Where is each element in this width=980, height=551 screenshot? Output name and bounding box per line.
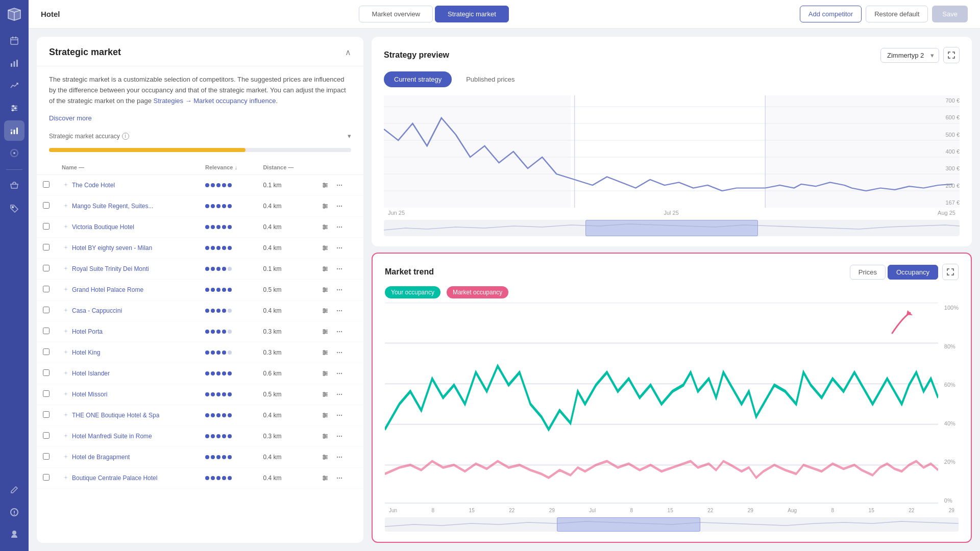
svg-point-59 bbox=[341, 268, 342, 269]
hotel-more-button[interactable] bbox=[333, 221, 346, 233]
sidebar-item-tags[interactable] bbox=[4, 198, 24, 219]
hotel-more-button[interactable] bbox=[333, 409, 346, 421]
hotel-more-button[interactable] bbox=[333, 367, 346, 380]
add-competitor-button[interactable]: Add competitor bbox=[800, 6, 862, 22]
expand-trend-button[interactable] bbox=[942, 264, 959, 280]
strategy-tabs: Current strategy Published prices bbox=[384, 71, 960, 87]
expand-chart-button[interactable] bbox=[943, 47, 960, 63]
hotel-settings-button[interactable] bbox=[319, 263, 331, 275]
hotel-more-button[interactable] bbox=[333, 388, 346, 400]
tab-market-overview[interactable]: Market overview bbox=[359, 6, 433, 22]
discover-more-link[interactable]: Discover more bbox=[37, 114, 363, 128]
row-checkbox[interactable] bbox=[43, 181, 50, 188]
sidebar-item-profile[interactable] bbox=[4, 524, 24, 545]
svg-point-40 bbox=[339, 227, 340, 228]
hotel-settings-button[interactable] bbox=[319, 325, 331, 338]
row-checkbox[interactable] bbox=[43, 411, 50, 418]
ellipsis-icon bbox=[336, 265, 343, 272]
row-checkbox[interactable] bbox=[43, 202, 50, 209]
hotel-more-button[interactable] bbox=[333, 263, 346, 275]
svg-point-77 bbox=[341, 310, 342, 311]
hotel-settings-button[interactable] bbox=[319, 242, 331, 254]
svg-point-138 bbox=[337, 457, 338, 458]
collapse-icon[interactable]: ∧ bbox=[345, 47, 351, 57]
accuracy-progress-fill bbox=[49, 148, 246, 152]
relevance-dot bbox=[228, 350, 232, 355]
hotel-settings-button[interactable] bbox=[319, 430, 331, 442]
hotel-name: Hotel Porta bbox=[72, 328, 103, 335]
strategies-link[interactable]: Strategies → Market occupancy influence bbox=[154, 97, 276, 105]
row-checkbox[interactable] bbox=[43, 369, 50, 376]
hotel-settings-button[interactable] bbox=[319, 451, 331, 463]
col-relevance-header[interactable]: Relevance ↓ bbox=[199, 160, 257, 175]
sidebar-item-analytics[interactable] bbox=[4, 53, 24, 73]
tab-strategic-market[interactable]: Strategic market bbox=[435, 6, 509, 22]
hotel-more-button[interactable] bbox=[333, 346, 346, 359]
hotel-settings-button[interactable] bbox=[319, 200, 331, 212]
hotel-more-button[interactable] bbox=[333, 284, 346, 296]
info-icon[interactable]: i bbox=[122, 133, 129, 140]
svg-point-95 bbox=[341, 352, 342, 353]
sidebar-item-strategy[interactable] bbox=[4, 98, 24, 118]
sidebar-item-calendar[interactable] bbox=[4, 31, 24, 51]
row-checkbox[interactable] bbox=[43, 453, 50, 460]
sliders-icon bbox=[322, 349, 329, 356]
col-distance-header[interactable]: Distance — bbox=[257, 160, 312, 175]
tab-current-strategy[interactable]: Current strategy bbox=[384, 71, 452, 87]
hotel-settings-button[interactable] bbox=[319, 179, 331, 191]
svg-point-54 bbox=[324, 267, 325, 268]
hotel-more-button[interactable] bbox=[333, 305, 346, 317]
relevance-dot bbox=[228, 434, 232, 438]
hotel-settings-button[interactable] bbox=[319, 367, 331, 380]
sidebar-item-settings[interactable] bbox=[4, 143, 24, 163]
col-name-header[interactable]: Name — bbox=[56, 160, 199, 175]
row-checkbox[interactable] bbox=[43, 328, 50, 334]
hotel-settings-button[interactable] bbox=[319, 305, 331, 317]
hotel-more-button[interactable] bbox=[333, 451, 346, 463]
hotel-more-button[interactable] bbox=[333, 242, 346, 254]
app-logo[interactable] bbox=[6, 6, 22, 22]
row-checkbox[interactable] bbox=[43, 474, 50, 481]
hotel-settings-button[interactable] bbox=[319, 409, 331, 421]
row-checkbox[interactable] bbox=[43, 348, 50, 355]
room-type-select[interactable]: Zimmertyp 2 bbox=[880, 48, 939, 63]
save-button[interactable]: Save bbox=[932, 6, 968, 22]
row-checkbox[interactable] bbox=[43, 244, 50, 251]
trend-mini-chart[interactable] bbox=[385, 517, 959, 532]
hotel-more-button[interactable] bbox=[333, 179, 346, 191]
sidebar-item-help[interactable] bbox=[4, 502, 24, 522]
strategy-chart-area: 700 € 600 € 500 € 400 € 300 € 200 € 167 … bbox=[384, 95, 960, 208]
hotel-more-button[interactable] bbox=[333, 430, 346, 442]
row-checkbox[interactable] bbox=[43, 265, 50, 271]
hotel-more-button[interactable] bbox=[333, 325, 346, 338]
hotel-settings-button[interactable] bbox=[319, 388, 331, 400]
row-checkbox[interactable] bbox=[43, 432, 50, 439]
row-checkbox[interactable] bbox=[43, 223, 50, 230]
hotel-settings-button[interactable] bbox=[319, 284, 331, 296]
hotel-settings-button[interactable] bbox=[319, 221, 331, 233]
sidebar-item-edit[interactable] bbox=[4, 480, 24, 500]
restore-default-button[interactable]: Restore default bbox=[866, 6, 928, 22]
row-checkbox[interactable] bbox=[43, 286, 50, 292]
tab-prices[interactable]: Prices bbox=[850, 265, 886, 280]
svg-point-58 bbox=[339, 268, 340, 269]
ellipsis-icon bbox=[336, 244, 343, 252]
row-checkbox[interactable] bbox=[43, 390, 50, 397]
hotel-settings-button[interactable] bbox=[319, 472, 331, 484]
relevance-dot bbox=[228, 183, 232, 187]
sidebar-item-shop[interactable] bbox=[4, 176, 24, 196]
expand-icon bbox=[948, 52, 955, 59]
hotel-settings-button[interactable] bbox=[319, 346, 331, 359]
sparkle-icon bbox=[62, 348, 70, 357]
accuracy-chevron[interactable]: ▾ bbox=[348, 132, 351, 140]
strategy-mini-chart[interactable] bbox=[384, 220, 960, 236]
hotel-more-button[interactable] bbox=[333, 472, 346, 484]
sidebar-item-trends[interactable] bbox=[4, 76, 24, 96]
row-checkbox[interactable] bbox=[43, 307, 50, 313]
sidebar-item-market[interactable] bbox=[4, 120, 24, 141]
relevance-dot bbox=[228, 309, 232, 313]
sliders-icon bbox=[322, 391, 329, 398]
tab-occupancy[interactable]: Occupancy bbox=[888, 265, 938, 280]
hotel-more-button[interactable] bbox=[333, 200, 346, 212]
tab-published-prices[interactable]: Published prices bbox=[456, 71, 525, 87]
